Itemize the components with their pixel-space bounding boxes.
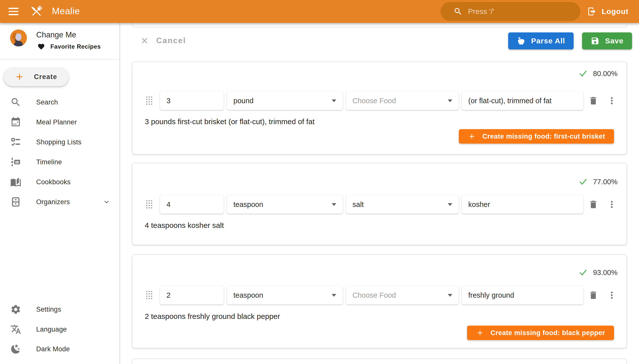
unit-value: teaspoon xyxy=(233,291,263,300)
food-select[interactable]: Choose Food xyxy=(346,92,459,110)
sidebar-divider xyxy=(0,59,119,60)
unit-select[interactable]: teaspoon xyxy=(227,286,343,304)
note-input[interactable] xyxy=(462,92,583,110)
sidebar-item-label: Language xyxy=(36,326,67,333)
app-bar: Mealie Logout xyxy=(0,0,639,23)
partial-card-above xyxy=(132,23,627,28)
sidebar-item-timeline[interactable]: Timeline xyxy=(0,152,119,172)
food-placeholder: Choose Food xyxy=(352,97,396,105)
quantity-input[interactable] xyxy=(160,195,224,214)
sidebar-item-dark-mode[interactable]: Dark Mode xyxy=(0,339,119,359)
note-input[interactable] xyxy=(462,195,583,214)
logout-button[interactable]: Logout xyxy=(584,4,632,20)
moon-icon xyxy=(10,343,22,355)
favorite-recipes-link[interactable]: Favorite Recipes xyxy=(38,43,101,50)
more-options-button[interactable] xyxy=(606,198,618,210)
sidebar-item-label: Cookbooks xyxy=(36,178,71,186)
ingredient-card: 80.00% pound Choose Food xyxy=(132,62,627,154)
sidebar: Change Me Favorite Recipes Create Search… xyxy=(0,23,120,364)
translate-icon xyxy=(10,324,22,335)
sidebar-item-meal-planner[interactable]: Meal Planner xyxy=(0,112,119,132)
create-label: Create xyxy=(34,73,57,81)
create-missing-food-label: Create missing food: first-cut brisket xyxy=(482,133,605,140)
sidebar-item-label: Organizers xyxy=(36,198,70,206)
sidebar-item-search[interactable]: Search xyxy=(0,92,119,112)
parse-all-button[interactable]: Parse All xyxy=(508,32,574,49)
food-select[interactable]: salt xyxy=(346,195,459,214)
ingredient-card: 93.00% teaspoon Choose Food xyxy=(132,254,627,348)
more-options-button[interactable] xyxy=(606,289,618,301)
sidebar-item-language[interactable]: Language xyxy=(0,319,119,339)
trash-icon xyxy=(588,96,598,106)
search-input[interactable] xyxy=(468,7,573,16)
delete-button[interactable] xyxy=(587,198,599,210)
note-input[interactable] xyxy=(462,286,583,304)
dropdown-caret-icon xyxy=(448,203,452,206)
favorite-recipes-label: Favorite Recipes xyxy=(50,43,101,50)
original-ingredient-text: 4 teaspoons kosher salt xyxy=(145,221,224,230)
create-button[interactable]: Create xyxy=(4,67,69,86)
delete-button[interactable] xyxy=(587,95,599,107)
menu-icon[interactable] xyxy=(9,6,20,17)
ingredient-card: 77.00% teaspoon salt xyxy=(132,163,627,245)
dropdown-caret-icon xyxy=(448,294,452,297)
plus-icon xyxy=(468,132,476,140)
sidebar-item-cookbooks[interactable]: Cookbooks xyxy=(0,172,119,192)
gear-icon xyxy=(10,304,22,315)
sidebar-item-organizers[interactable]: Organizers xyxy=(0,192,119,212)
dropdown-caret-icon xyxy=(332,100,336,102)
more-options-button[interactable] xyxy=(606,95,618,107)
toolbar-actions: Parse All Save xyxy=(508,32,632,49)
quantity-input[interactable] xyxy=(160,92,224,110)
save-button[interactable]: Save xyxy=(582,32,632,49)
confidence-value: 77.00% xyxy=(593,178,617,186)
calendar-icon xyxy=(10,116,22,128)
check-icon xyxy=(579,177,588,186)
search-icon xyxy=(10,96,22,108)
ingredient-row: pound Choose Food xyxy=(132,92,626,110)
logout-icon xyxy=(587,7,596,16)
unit-select[interactable]: pound xyxy=(227,92,343,110)
confidence-indicator: 93.00% xyxy=(579,268,617,277)
check-icon xyxy=(579,268,588,277)
save-label: Save xyxy=(605,37,623,45)
timeline-icon xyxy=(10,156,22,168)
plus-icon xyxy=(15,72,25,82)
global-search[interactable] xyxy=(441,2,580,21)
trash-icon xyxy=(588,200,598,210)
sidebar-item-shopping-lists[interactable]: Shopping Lists xyxy=(0,132,119,152)
sidebar-item-settings[interactable]: Settings xyxy=(0,300,119,319)
unit-select[interactable]: teaspoon xyxy=(227,195,343,214)
sidebar-item-label: Meal Planner xyxy=(36,118,77,126)
avatar[interactable] xyxy=(10,30,27,46)
plus-icon xyxy=(476,329,484,337)
dropdown-caret-icon xyxy=(332,294,336,297)
checklist-icon xyxy=(10,136,22,148)
original-ingredient-text: 3 pounds first-cut brisket (or flat-cut)… xyxy=(145,118,315,126)
chevron-down-icon[interactable] xyxy=(102,198,111,206)
sidebar-item-label: Timeline xyxy=(36,158,62,166)
food-select[interactable]: Choose Food xyxy=(346,286,459,304)
search-icon xyxy=(454,7,463,16)
logout-label: Logout xyxy=(601,7,628,16)
confidence-value: 80.00% xyxy=(593,70,617,78)
drag-handle[interactable] xyxy=(146,291,152,300)
main-content: Cancel Parse All Save 80.00% xyxy=(121,23,639,364)
check-icon xyxy=(579,69,588,78)
confidence-value: 93.00% xyxy=(593,268,617,277)
save-icon xyxy=(591,36,599,46)
create-missing-food-button[interactable]: Create missing food: black pepper xyxy=(467,326,614,340)
drag-handle[interactable] xyxy=(146,96,152,105)
delete-button[interactable] xyxy=(587,289,599,301)
create-missing-food-label: Create missing food: black pepper xyxy=(491,329,605,337)
ingredient-row: teaspoon salt xyxy=(132,195,626,214)
apple-icon xyxy=(517,36,526,46)
create-missing-food-button[interactable]: Create missing food: first-cut brisket xyxy=(459,129,614,144)
sidebar-item-label: Dark Mode xyxy=(36,345,70,353)
close-icon xyxy=(140,36,149,46)
cancel-button[interactable]: Cancel xyxy=(137,32,189,49)
app-title: Mealie xyxy=(52,6,80,16)
confidence-indicator: 80.00% xyxy=(579,69,617,78)
drag-handle[interactable] xyxy=(146,200,152,209)
quantity-input[interactable] xyxy=(160,286,224,304)
